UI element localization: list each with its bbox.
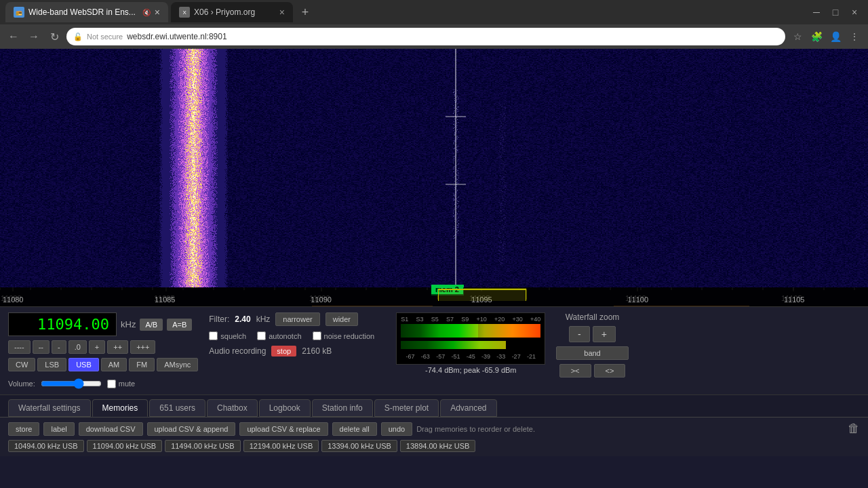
freq-label-11080: 11080 xyxy=(3,296,24,304)
mode-cw[interactable]: CW xyxy=(8,358,35,371)
label-button[interactable]: label xyxy=(43,422,74,436)
checkbox-row: squelch autonotch noise reduction xyxy=(209,331,385,340)
narrower-button[interactable]: narrower xyxy=(275,312,319,326)
mute-checkbox-row: mute xyxy=(107,380,135,388)
tab-1[interactable]: 📻 Wide-band WebSDR in Ens... 🔇 × xyxy=(5,2,168,22)
tab-2[interactable]: X X06 › Priyom.org × xyxy=(171,2,293,22)
autonotch-checkbox[interactable] xyxy=(257,331,266,340)
noise-reduction-label: noise reduction xyxy=(324,332,375,340)
mode-usb[interactable]: USB xyxy=(68,358,99,371)
volume-label: Volume: xyxy=(8,380,35,388)
mode-am[interactable]: AM xyxy=(101,358,127,371)
tabs-bar: Waterfall settings Memories 651 users Ch… xyxy=(0,394,868,417)
step-btn-7[interactable]: +++ xyxy=(130,340,155,354)
mem-entry-1[interactable]: 10494.00 kHz USB xyxy=(8,440,84,452)
audio-size: 2160 kB xyxy=(302,346,332,356)
upload-csv-append-button[interactable]: upload CSV & append xyxy=(147,422,236,436)
volume-slider[interactable] xyxy=(41,378,102,389)
tab-logbook[interactable]: Logbook xyxy=(259,399,311,417)
undo-button[interactable]: undo xyxy=(381,422,412,436)
mode-lsb[interactable]: LSB xyxy=(37,358,66,371)
smeter-reading: -74.4 dBm; peak -65.9 dBm xyxy=(396,365,545,375)
frequency-section: 11094.00 kHz A/B A=B ---- -- - .0 + ++ +… xyxy=(8,312,198,389)
mute-label: mute xyxy=(119,380,135,388)
controls-panel: 11094.00 kHz A/B A=B ---- -- - .0 + ++ +… xyxy=(0,306,868,394)
frequency-top: 11094.00 kHz A/B A=B xyxy=(8,312,198,336)
tab-2-title: X06 › Priyom.org xyxy=(194,7,255,17)
drag-hint: Drag memories to reorder or delete. xyxy=(416,425,535,433)
forward-button[interactable]: → xyxy=(26,28,42,45)
mode-amsync[interactable]: AMsync xyxy=(157,358,198,371)
step-btn-2[interactable]: -- xyxy=(33,340,50,354)
tab-1-title: Wide-band WebSDR in Ens... xyxy=(28,7,136,17)
mem-entry-3[interactable]: 11494.00 kHz USB xyxy=(165,440,241,452)
zoom-minus-button[interactable]: - xyxy=(569,326,590,342)
new-tab-button[interactable]: + xyxy=(296,3,315,22)
squelch-checkbox[interactable] xyxy=(209,331,218,340)
autonotch-label: autonotch xyxy=(269,332,301,340)
waterfall-display[interactable]: 11080 11085 11090 11095 11100 11105 HWA … xyxy=(0,49,868,306)
wider-button[interactable]: wider xyxy=(326,312,358,326)
refresh-button[interactable]: ↻ xyxy=(46,28,62,45)
tab-memories[interactable]: Memories xyxy=(92,399,149,417)
ab-button[interactable]: A/B xyxy=(140,319,163,331)
extension-icon[interactable]: 🧩 xyxy=(808,28,825,45)
tab-smeter-plot[interactable]: S-meter plot xyxy=(374,399,439,417)
tab-users[interactable]: 651 users xyxy=(149,399,205,417)
step-btn-4[interactable]: .0 xyxy=(68,340,87,354)
tab-chatbox[interactable]: Chatbox xyxy=(207,399,258,417)
noise-reduction-cb-row: noise reduction xyxy=(313,331,375,340)
store-button[interactable]: store xyxy=(8,422,39,436)
step-btn-1[interactable]: ---- xyxy=(8,340,31,354)
upload-csv-replace-button[interactable]: upload CSV & replace xyxy=(239,422,328,436)
stop-button[interactable]: stop xyxy=(271,346,296,357)
address-bar[interactable]: 🔓 Not secure websdr.ewi.utwente.nl:8901 xyxy=(66,28,785,45)
freq-label-11085: 11085 xyxy=(155,296,176,304)
filter-row: Filter: 2.40 kHz narrower wider xyxy=(209,312,385,326)
mem-entry-2[interactable]: 11094.00 kHz USB xyxy=(87,440,163,452)
filter-section: Filter: 2.40 kHz narrower wider squelch … xyxy=(209,312,385,357)
mem-entry-5[interactable]: 13394.00 kHz USB xyxy=(321,440,397,452)
not-secure-label: Not secure xyxy=(87,33,123,41)
profile-icon[interactable]: 👤 xyxy=(827,28,844,45)
step-btn-3[interactable]: - xyxy=(52,340,66,354)
restore-button[interactable]: □ xyxy=(827,4,844,20)
mode-fm[interactable]: FM xyxy=(129,358,155,371)
scroll-right-button[interactable]: <> xyxy=(594,364,626,378)
step-row: ---- -- - .0 + ++ +++ xyxy=(8,340,198,354)
security-icon: 🔓 xyxy=(73,33,83,41)
step-btn-6[interactable]: ++ xyxy=(107,340,128,354)
minimize-button[interactable]: ─ xyxy=(808,4,825,20)
filter-unit: kHz xyxy=(256,314,271,324)
audio-recording-label: Audio recording xyxy=(209,346,266,356)
back-button[interactable]: ← xyxy=(5,28,22,45)
noise-reduction-checkbox[interactable] xyxy=(313,331,321,340)
mem-entry-6[interactable]: 13894.00 kHz USB xyxy=(400,440,476,452)
scroll-left-button[interactable]: >< xyxy=(559,364,591,378)
window-close-button[interactable]: × xyxy=(846,4,863,20)
tab-advanced[interactable]: Advanced xyxy=(440,399,496,417)
nav-icons: ☆ 🧩 👤 ⋮ xyxy=(789,28,863,45)
waterfall-zoom-section: Waterfall zoom - + band >< <> xyxy=(556,312,628,378)
step-btn-5[interactable]: + xyxy=(89,340,105,354)
mute-checkbox[interactable] xyxy=(107,380,116,388)
tab-station-info[interactable]: Station info xyxy=(312,399,373,417)
zoom-plus-button[interactable]: + xyxy=(593,326,616,342)
zoom-btn-row: - + xyxy=(569,326,616,342)
tab-1-close[interactable]: × xyxy=(155,7,160,18)
volume-row: Volume: mute xyxy=(8,378,198,389)
aeb-button[interactable]: A=B xyxy=(167,319,192,331)
tab-waterfall-settings[interactable]: Waterfall settings xyxy=(8,399,91,417)
frequency-display[interactable]: 11094.00 xyxy=(8,312,117,336)
delete-all-button[interactable]: delete all xyxy=(332,422,377,436)
tab-2-close[interactable]: × xyxy=(279,7,285,18)
mem-entry-4[interactable]: 12194.00 kHz USB xyxy=(243,440,319,452)
scroll-btn-row: >< <> xyxy=(559,364,626,378)
menu-icon[interactable]: ⋮ xyxy=(846,28,863,45)
bookmark-icon[interactable]: ☆ xyxy=(789,28,806,45)
trash-button[interactable]: 🗑 xyxy=(848,422,860,436)
download-csv-button[interactable]: download CSV xyxy=(79,422,143,436)
memories-toolbar: store label download CSV upload CSV & ap… xyxy=(8,422,860,436)
band-button[interactable]: band xyxy=(556,346,628,360)
freq-label-11100: 11100 xyxy=(628,296,649,304)
